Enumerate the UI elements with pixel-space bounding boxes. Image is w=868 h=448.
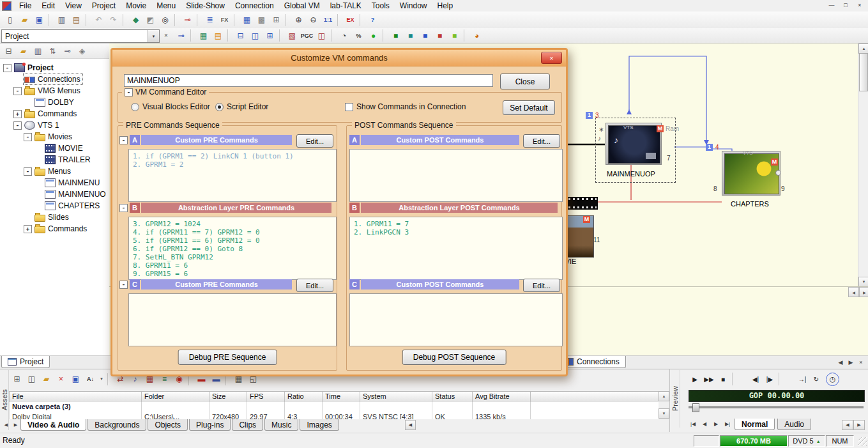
tree-expander-icon[interactable]: - xyxy=(13,87,22,95)
fast-forward-button[interactable]: ▶▶ xyxy=(702,373,716,385)
tree-expander-icon[interactable]: - xyxy=(13,121,22,130)
open-folder-icon[interactable]: ▰ xyxy=(17,13,32,27)
tree-item-chapters[interactable]: CHAPTERS xyxy=(0,200,109,212)
scroll-up-icon[interactable]: ▲ xyxy=(659,391,669,401)
loop-button[interactable]: ↻ xyxy=(809,373,823,385)
node-handle[interactable] xyxy=(775,170,781,176)
percent-icon[interactable]: % xyxy=(351,29,366,42)
menu-item[interactable]: Global VM xyxy=(279,1,325,11)
menu-item[interactable]: View xyxy=(60,1,87,11)
dock-close-icon[interactable]: × xyxy=(856,357,866,367)
edit-pre-a-button[interactable]: Edit... xyxy=(296,134,333,148)
playlist-icon[interactable]: ≣ xyxy=(202,13,217,27)
timer-button[interactable]: ◷ xyxy=(826,373,839,386)
table-row[interactable]: Dolby Digital C:\Users\... 720x480 29.97… xyxy=(9,412,659,419)
menu-item[interactable]: Project xyxy=(87,1,121,11)
checkbox-icon[interactable] xyxy=(345,103,353,111)
column-header[interactable]: Avg Bitrate xyxy=(473,392,531,402)
column-header[interactable]: FPS xyxy=(247,392,285,402)
tree-item-connections[interactable]: Connections xyxy=(0,73,109,85)
column-header[interactable]: Size xyxy=(209,392,247,402)
tree-tools-icon[interactable]: ◈ xyxy=(75,44,89,58)
scroll-right-icon[interactable]: ▶ xyxy=(859,287,868,297)
dvd-ex-icon[interactable]: EX xyxy=(343,13,358,27)
zoom-out-icon[interactable]: ⊖ xyxy=(306,13,321,27)
clock-icon[interactable]: ◔ xyxy=(337,29,351,42)
tree-item-mainmenuo[interactable]: MAINMENUO xyxy=(0,189,109,200)
layer-blue-icon[interactable]: ■ xyxy=(418,29,432,42)
zoom-in-icon[interactable]: ⊕ xyxy=(291,13,306,27)
tree-item-trailer[interactable]: TRAILER xyxy=(0,154,109,166)
preview-slider[interactable] xyxy=(689,403,864,411)
radio-script-editor[interactable]: Script Editor xyxy=(215,102,268,111)
globe-icon[interactable]: ● xyxy=(366,29,381,42)
snap-grid-icon[interactable]: ⊞ xyxy=(269,13,284,27)
collapse-icon[interactable]: - xyxy=(119,204,128,212)
assets-tabs-scroll-left-icon[interactable]: ◀ xyxy=(1,419,11,430)
cascade-icon[interactable]: ⊞ xyxy=(263,29,277,42)
canvas-vertical-scrollbar[interactable]: ▲ ▼ xyxy=(858,43,868,287)
close-button[interactable]: Close xyxy=(500,73,550,89)
post-a-code[interactable] xyxy=(349,149,563,202)
find-icon[interactable]: ◎ xyxy=(158,13,172,27)
menu-item[interactable]: Window xyxy=(395,1,432,11)
pin-column-icon[interactable]: ⊸ xyxy=(174,29,188,42)
preview-scroll-left-icon[interactable]: ◀ xyxy=(842,420,853,430)
tree-expander-icon[interactable]: + xyxy=(24,225,32,233)
column-header[interactable]: Ratio xyxy=(285,392,323,402)
tree-item-vts1[interactable]: - VTS 1 xyxy=(0,120,109,131)
vm-name-input[interactable] xyxy=(124,74,493,87)
menu-item[interactable]: Help xyxy=(432,1,459,11)
add-movie-icon[interactable]: ▦ xyxy=(240,13,254,27)
column-header[interactable]: Status xyxy=(432,392,473,402)
pin-icon[interactable]: ⊸ xyxy=(180,13,195,27)
assets-tab[interactable]: Music xyxy=(264,419,298,431)
redo-icon[interactable]: ↷ xyxy=(106,13,121,27)
play-button[interactable]: ▶ xyxy=(688,373,702,385)
collapse-icon[interactable]: - xyxy=(119,281,128,289)
radio-icon[interactable] xyxy=(131,103,139,111)
zoom-actual-icon[interactable]: 1:1 xyxy=(321,13,335,27)
scroll-up-icon[interactable]: ▲ xyxy=(858,43,868,54)
table-row[interactable]: Nueva carpeta (3) xyxy=(9,402,659,412)
dock-scroll-left-icon[interactable]: ◀ xyxy=(835,357,846,367)
save-icon[interactable]: ▣ xyxy=(32,13,47,27)
dialog-title-bar[interactable]: Customize VM commands × xyxy=(112,50,566,66)
minimize-button[interactable]: — xyxy=(825,1,839,9)
assets-thumbnails-icon[interactable]: ◫ xyxy=(24,373,39,386)
pre-b-code[interactable]: 3. GPRM12 = 1024 4. if (GPRM11 == 7) GPR… xyxy=(128,217,337,280)
menu-item[interactable]: Tools xyxy=(367,1,395,11)
mainmenuop-node-thumbnail[interactable]: ♪ xyxy=(605,123,662,165)
dfx-icon[interactable]: FX xyxy=(217,13,232,27)
tree-item-vmg-menus[interactable]: - VMG Menus xyxy=(0,85,109,97)
debug-pre-button[interactable]: Debug PRE Sequence xyxy=(178,350,277,365)
tree-item-movies[interactable]: - Movies xyxy=(0,131,109,143)
edit-post-a-button[interactable]: Edit... xyxy=(523,134,560,148)
layer-red-icon[interactable]: ■ xyxy=(432,29,447,42)
menu-item[interactable]: lab-TALK xyxy=(325,1,367,11)
close-button[interactable]: × xyxy=(853,1,867,9)
assets-row-scroll[interactable]: ◀ xyxy=(405,420,416,430)
preview-scroll-right-icon[interactable]: ▶ xyxy=(853,420,865,430)
step-back-button[interactable]: ◀ xyxy=(699,419,710,429)
assets-sort-arrow-icon[interactable]: ▼ xyxy=(98,373,105,386)
assets-preview-icon[interactable]: ▣ xyxy=(68,373,83,386)
help-icon[interactable]: ? xyxy=(365,13,380,27)
undo-icon[interactable]: ↶ xyxy=(91,13,106,27)
tree-item-slides[interactable]: Slides xyxy=(0,212,109,223)
post-c-code[interactable] xyxy=(349,293,563,346)
copy-icon[interactable]: ▥ xyxy=(54,13,69,27)
menu-item[interactable]: Menu xyxy=(151,1,181,11)
scroll-down-icon[interactable]: ▼ xyxy=(858,277,868,287)
disc-type-box[interactable]: DVD 5 ▲ xyxy=(788,435,825,447)
collapse-icon[interactable]: - xyxy=(125,88,133,97)
close-panel-icon[interactable]: × xyxy=(161,29,171,42)
post-b-code[interactable]: 1. GPRM11 = 7 2. LinkPGCN 3 xyxy=(349,217,563,280)
set-default-button[interactable]: Set Default xyxy=(503,100,555,115)
tree-link-icon[interactable]: ⊸ xyxy=(60,44,75,58)
tree-import-icon[interactable]: ▥ xyxy=(31,44,45,58)
frame-forward-button[interactable]: |▶ xyxy=(763,373,777,385)
assets-tab[interactable]: Backgrounds xyxy=(88,419,146,431)
pre-a-code[interactable]: 1. if (GPRM1 == 2) LinkCN 1 (button 1) 2… xyxy=(128,149,337,202)
menu-item[interactable]: Slide-Show xyxy=(181,1,230,11)
